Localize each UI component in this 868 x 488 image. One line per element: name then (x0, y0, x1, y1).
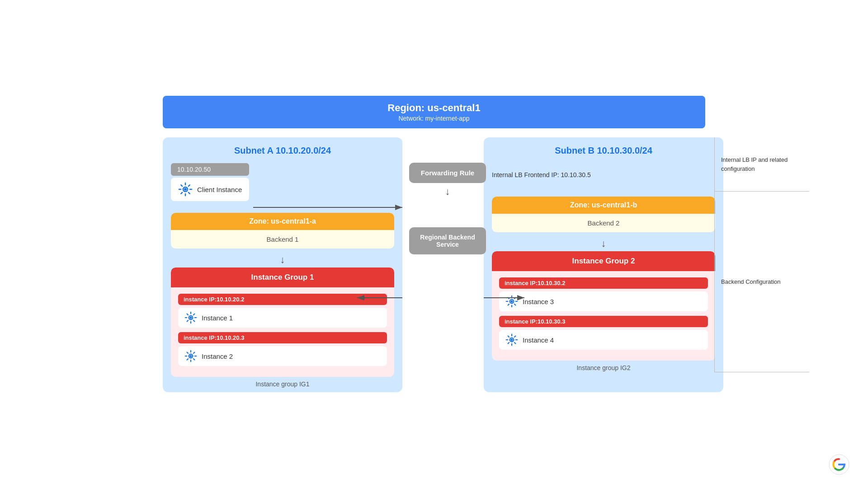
instance-group-2-box: Instance Group 2 instance IP:10.10.30.2 (492, 251, 715, 361)
subnet-b-panel: Subnet B 10.10.30.0/24 Internal LB Front… (484, 137, 723, 392)
annotation-backend-config-text: Backend Configuration (721, 277, 781, 286)
google-logo-svg (828, 454, 850, 475)
instance-1-label: Instance 1 (202, 314, 233, 322)
instance-3-label: Instance 3 (523, 298, 554, 305)
svg-point-7 (510, 300, 513, 302)
zone-a-body: Backend 1 (171, 230, 394, 249)
svg-point-1 (184, 188, 187, 191)
subnet-a-panel: Subnet A 10.10.20.0/24 10.10.20.50 (163, 137, 402, 392)
region-header: Region: us-central1 Network: my-internet… (163, 96, 705, 128)
annotation-internal-lb-text: Internal LB IP and related configuration (721, 155, 809, 173)
forwarding-rule-label: Forwarding Rule (421, 169, 474, 177)
arrow-down-1: ↓ (171, 254, 394, 266)
zone-b-box: Zone: us-central1-b Backend 2 (492, 197, 715, 232)
network-title: Network: my-internet-app (172, 115, 696, 122)
backend-1-label: Backend 1 (267, 235, 299, 243)
instance-row-1: Instance 1 (178, 308, 387, 328)
instance-entry-1: instance IP:10.10.20.2 Instance 1 (178, 294, 387, 328)
client-box: Client Instance (171, 178, 249, 201)
instance-ip-1: instance IP:10.10.20.2 (178, 294, 387, 305)
ig2-header: Instance Group 2 (492, 251, 715, 271)
zone-b-body: Backend 2 (492, 214, 715, 232)
ig1-body: instance IP:10.10.20.2 Instance 1 (171, 287, 394, 377)
instance-row-2: Instance 2 (178, 346, 387, 366)
main-diagram: Subnet A 10.10.20.0/24 10.10.20.50 (163, 137, 705, 392)
annotation-internal-lb: Internal LB IP and related configuration (715, 137, 809, 192)
arrow-fwd-to-bs: ↓ (445, 186, 450, 197)
svg-point-5 (189, 355, 192, 357)
instance-entry-4: instance IP:10.10.30.3 Instance 4 (499, 316, 708, 350)
backend-service-box: Regional Backend Service (409, 227, 486, 254)
ig2-footer-label: Instance group IG2 (492, 364, 715, 371)
instance-ip-3: instance IP:10.10.30.2 (499, 277, 708, 289)
diagram-container: Region: us-central1 Network: my-internet… (163, 96, 705, 392)
annotations-panel: Internal LB IP and related configuration… (714, 137, 809, 372)
instance-ip-4: instance IP:10.10.30.3 (499, 316, 708, 327)
instance-row-3: Instance 3 (499, 291, 708, 311)
zone-a-header: Zone: us-central1-a (171, 213, 394, 230)
zone-a-box: Zone: us-central1-a Backend 1 (171, 213, 394, 249)
instance-row-4: Instance 4 (499, 330, 708, 350)
instance4-gear-icon (505, 333, 518, 346)
ig2-body: instance IP:10.10.30.2 Instance 3 (492, 271, 715, 361)
region-title: Region: us-central1 (172, 102, 696, 114)
instance-ip-2: instance IP:10.10.20.3 (178, 332, 387, 343)
google-logo (828, 454, 850, 477)
instance-2-label: Instance 2 (202, 352, 233, 360)
zone-b-header: Zone: us-central1-b (492, 197, 715, 214)
forwarding-rule-box: Forwarding Rule (409, 163, 486, 183)
annotation-backend-config: Backend Configuration (715, 192, 809, 372)
client-instance-label: Client Instance (197, 186, 242, 193)
backend-service-label: Regional Backend Service (420, 234, 475, 248)
ig1-footer-label: Instance group IG1 (171, 380, 394, 388)
instance-entry-2: instance IP:10.10.20.3 Instance 2 (178, 332, 387, 366)
instance-group-1-box: Instance Group 1 instance IP:10.10.20.2 (171, 267, 394, 377)
client-gear-icon (178, 182, 193, 197)
arrow-down-2: ↓ (492, 238, 715, 249)
instance3-gear-icon (505, 295, 518, 308)
instance2-gear-icon (184, 350, 197, 362)
svg-point-3 (189, 316, 192, 319)
internal-lb-frontend-ip: Internal LB Frontend IP: 10.10.30.5 (492, 171, 591, 178)
instance-entry-3: instance IP:10.10.30.2 Instance 3 (499, 277, 708, 311)
page-wrapper: { "region": { "title": "Region: us-centr… (0, 0, 868, 488)
backend-2-label: Backend 2 (588, 219, 620, 227)
subnet-a-title: Subnet A 10.10.20.0/24 (171, 145, 394, 156)
client-ip-badge: 10.10.20.50 (171, 163, 249, 176)
instance1-gear-icon (184, 311, 197, 324)
svg-point-9 (510, 338, 513, 341)
ig1-header: Instance Group 1 (171, 267, 394, 287)
middle-col: Forwarding Rule ↓ Regional Backend Servi… (402, 137, 493, 392)
content-grid: Subnet A 10.10.20.0/24 10.10.20.50 (163, 137, 705, 392)
client-ip-wrapper: 10.10.20.50 Client Instance (171, 163, 394, 204)
internal-lb-note: Internal LB Frontend IP: 10.10.30.5 (492, 163, 715, 187)
subnet-b-title: Subnet B 10.10.30.0/24 (492, 145, 715, 156)
instance-4-label: Instance 4 (523, 336, 554, 344)
